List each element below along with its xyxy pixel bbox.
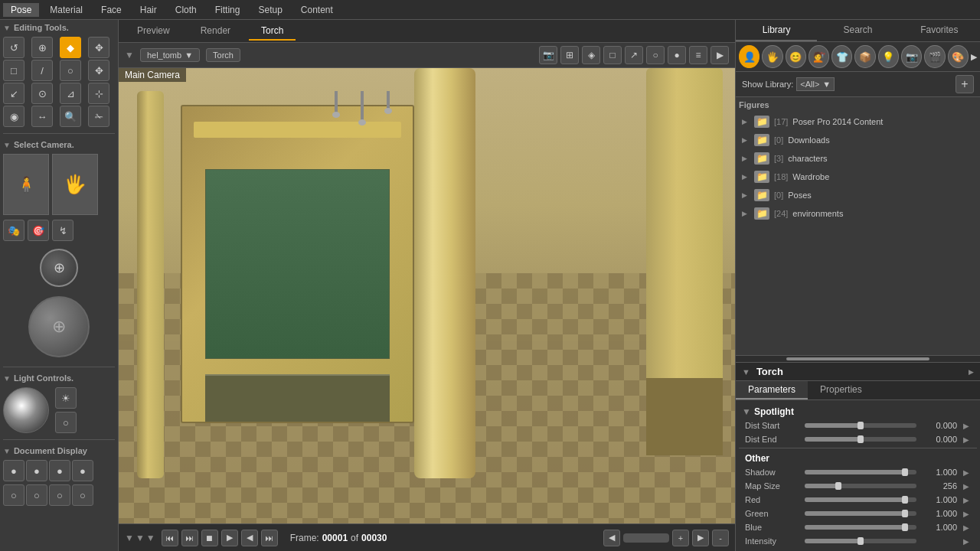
vp-icon-expand[interactable]: ↗ bbox=[625, 46, 643, 64]
param-value-blue[interactable]: 1.000 bbox=[923, 523, 957, 532]
menu-content[interactable]: Content bbox=[293, 3, 341, 17]
lib-icon-camera[interactable]: 📷 bbox=[901, 45, 922, 68]
tool-move[interactable]: ✥ bbox=[88, 37, 109, 58]
param-expand-dist-start[interactable]: ▶ bbox=[963, 422, 971, 430]
lib-icon-face[interactable]: 😊 bbox=[786, 45, 806, 68]
tool-rotate[interactable]: ↺ bbox=[3, 37, 24, 58]
tree-item-5[interactable]: ▶ 📁 [24] environments bbox=[739, 204, 977, 223]
tool-circle[interactable]: ○ bbox=[60, 60, 81, 81]
light-sphere[interactable] bbox=[3, 387, 49, 433]
light-icon-2[interactable]: ○ bbox=[55, 412, 77, 433]
vp-icon-more[interactable]: ≡ bbox=[689, 46, 707, 64]
tl-play-back[interactable]: ◀ bbox=[241, 530, 258, 546]
torch-tab-properties[interactable]: Properties bbox=[808, 381, 874, 399]
param-expand-green[interactable]: ▶ bbox=[963, 510, 971, 518]
tool-magnet[interactable]: ⊙ bbox=[31, 83, 53, 104]
param-value-red[interactable]: 1.000 bbox=[923, 495, 957, 504]
menu-hair[interactable]: Hair bbox=[132, 3, 165, 17]
param-slider-shadow[interactable] bbox=[805, 470, 916, 474]
menu-pose[interactable]: Pose bbox=[3, 3, 39, 17]
doc-btn-7[interactable]: ○ bbox=[49, 484, 70, 506]
lib-icon-cloth[interactable]: 👕 bbox=[831, 45, 852, 68]
doc-btn-1[interactable]: ● bbox=[3, 460, 24, 481]
param-expand-mapsize[interactable]: ▶ bbox=[963, 482, 971, 491]
lib-icon-person[interactable]: 👤 bbox=[739, 45, 760, 68]
vp-icon-dot[interactable]: ● bbox=[668, 46, 686, 64]
light-icon-1[interactable]: ☀ bbox=[55, 387, 77, 409]
param-value-green[interactable]: 1.000 bbox=[923, 509, 957, 518]
param-expand-intensity[interactable]: ▶ bbox=[963, 537, 971, 546]
tab-preview[interactable]: Preview bbox=[125, 22, 182, 41]
vp-icon-render[interactable]: ◈ bbox=[582, 46, 600, 64]
tool-direct[interactable]: ✥ bbox=[88, 60, 109, 81]
doc-btn-5[interactable]: ○ bbox=[3, 484, 24, 506]
vp-icon-grid[interactable]: ⊞ bbox=[560, 46, 579, 64]
tool-zoom[interactable]: 🔍 bbox=[60, 106, 81, 127]
lib-icon-light[interactable]: 💡 bbox=[878, 45, 899, 68]
scene-selector[interactable]: hel_tomb ▼ bbox=[140, 48, 200, 62]
navigation-ball[interactable]: ⊕ bbox=[28, 296, 90, 357]
tl-step-back[interactable]: ⏭ bbox=[181, 530, 198, 546]
torch-expand-arrow[interactable]: ▶ bbox=[969, 368, 974, 376]
tool-color[interactable]: ◉ bbox=[3, 106, 24, 127]
doc-btn-8[interactable]: ○ bbox=[72, 484, 93, 506]
torch-collapse-arrow[interactable]: ▼ bbox=[742, 367, 750, 377]
cam-btn-2[interactable]: 🎯 bbox=[28, 220, 49, 241]
doc-btn-2[interactable]: ● bbox=[26, 460, 47, 481]
navigation-dial[interactable]: ⊕ bbox=[40, 249, 78, 287]
param-slider-dist-end[interactable] bbox=[805, 437, 916, 442]
spotlight-collapse[interactable]: ▼ bbox=[742, 406, 751, 417]
key-add[interactable]: + bbox=[672, 530, 689, 546]
tool-select[interactable]: ◆ bbox=[60, 37, 81, 58]
param-slider-intensity[interactable] bbox=[805, 539, 916, 543]
scroll-indicator[interactable] bbox=[736, 356, 980, 362]
lib-icon-scene[interactable]: 🎬 bbox=[924, 45, 945, 68]
param-expand-blue[interactable]: ▶ bbox=[963, 523, 971, 532]
menu-material[interactable]: Material bbox=[42, 3, 90, 17]
vp-icon-circle[interactable]: ○ bbox=[646, 46, 665, 64]
lib-icon-props[interactable]: 📦 bbox=[854, 45, 875, 68]
tool-param[interactable]: ↔ bbox=[31, 106, 53, 127]
menu-cloth[interactable]: Cloth bbox=[168, 3, 204, 17]
param-expand-dist-end[interactable]: ▶ bbox=[963, 435, 971, 444]
menu-fitting[interactable]: Fitting bbox=[207, 3, 248, 17]
tl-forward[interactable]: ⏭ bbox=[261, 530, 278, 546]
lib-tab-favorites[interactable]: Favorites bbox=[899, 20, 980, 41]
tool-morph[interactable]: ↙ bbox=[3, 83, 24, 104]
tree-item-3[interactable]: ▶ 📁 [18] Wardrobe bbox=[739, 168, 977, 186]
tree-item-0[interactable]: ▶ 📁 [17] Poser Pro 2014 Content bbox=[739, 112, 977, 131]
tool-scale[interactable]: □ bbox=[3, 60, 24, 81]
param-slider-blue[interactable] bbox=[805, 525, 916, 530]
param-slider-mapsize[interactable] bbox=[805, 484, 916, 488]
menu-face[interactable]: Face bbox=[93, 3, 129, 17]
tree-item-2[interactable]: ▶ 📁 [3] characters bbox=[739, 149, 977, 168]
tl-stop[interactable]: ⏹ bbox=[201, 530, 218, 546]
tool-crosshair[interactable]: ⊹ bbox=[88, 83, 109, 104]
param-slider-red[interactable] bbox=[805, 497, 916, 502]
tool-taper[interactable]: / bbox=[31, 60, 53, 81]
tab-torch[interactable]: Torch bbox=[249, 22, 296, 41]
param-slider-green[interactable] bbox=[805, 511, 916, 516]
torch-tab-parameters[interactable]: Parameters bbox=[736, 381, 808, 399]
doc-btn-3[interactable]: ● bbox=[49, 460, 70, 481]
lib-icon-material[interactable]: 🎨 bbox=[948, 45, 969, 68]
figure-selector[interactable]: Torch bbox=[206, 48, 240, 62]
lib-icon-hair[interactable]: 💇 bbox=[808, 45, 829, 68]
doc-btn-4[interactable]: ● bbox=[72, 460, 93, 481]
viewport-canvas[interactable]: Main Camera bbox=[119, 68, 735, 523]
param-value-mapsize[interactable]: 256 bbox=[923, 481, 957, 491]
current-frame[interactable]: 00001 bbox=[322, 533, 348, 543]
tree-item-1[interactable]: ▶ 📁 [0] Downloads bbox=[739, 131, 977, 149]
menu-setup[interactable]: Setup bbox=[250, 3, 289, 17]
add-library-btn[interactable]: + bbox=[956, 75, 974, 93]
param-slider-dist-start[interactable] bbox=[805, 423, 916, 428]
vp-icon-camera[interactable]: 📷 bbox=[539, 46, 557, 64]
tool-translate[interactable]: ⊕ bbox=[31, 37, 53, 58]
library-filter-dropdown[interactable]: <All> ▼ bbox=[796, 77, 835, 91]
tree-item-4[interactable]: ▶ 📁 [0] Poses bbox=[739, 186, 977, 204]
lib-tab-library[interactable]: Library bbox=[736, 20, 817, 41]
key-back[interactable]: ◀ bbox=[603, 530, 620, 546]
param-expand-shadow[interactable]: ▶ bbox=[963, 468, 971, 477]
cam-extra-1[interactable]: ↯ bbox=[52, 220, 74, 241]
key-forward[interactable]: ▶ bbox=[692, 530, 709, 546]
